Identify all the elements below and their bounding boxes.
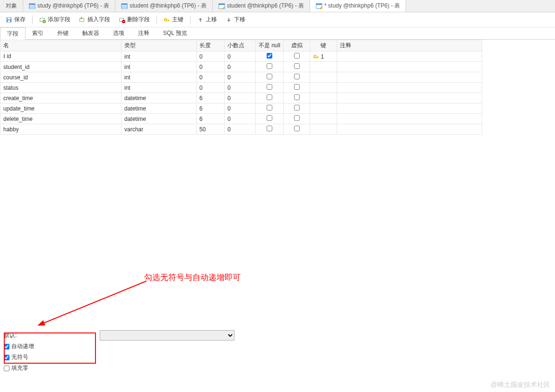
file-tab-3[interactable]: student @thinkphp6 (TP6) - 表 xyxy=(213,0,310,12)
cell-name[interactable]: create_time xyxy=(0,93,121,103)
cell-not-null[interactable] xyxy=(255,114,283,124)
cell-comment[interactable] xyxy=(337,83,482,93)
not-null-checkbox[interactable] xyxy=(267,126,272,131)
cell-comment[interactable] xyxy=(337,93,482,103)
cell-decimals[interactable]: 0 xyxy=(225,83,256,93)
cell-decimals[interactable]: 0 xyxy=(225,103,256,114)
cell-virtual[interactable] xyxy=(284,93,310,103)
cell-length[interactable]: 0 xyxy=(196,83,224,93)
cell-virtual[interactable] xyxy=(284,51,310,62)
table-row[interactable]: update_timedatetime60 xyxy=(0,103,482,114)
virtual-checkbox[interactable] xyxy=(294,94,300,100)
save-button[interactable]: 保存 xyxy=(4,15,27,25)
cell-length[interactable]: 50 xyxy=(196,124,224,135)
cell-type[interactable]: int xyxy=(121,51,197,62)
cell-length[interactable]: 6 xyxy=(196,114,224,124)
cell-comment[interactable] xyxy=(337,72,482,83)
cell-length[interactable]: 0 xyxy=(196,51,224,62)
file-tab-4[interactable]: * study @thinkphp6 (TP6) - 表 xyxy=(310,0,406,12)
virtual-checkbox[interactable] xyxy=(294,126,300,131)
file-tab-1[interactable]: study @thinkphp6 (TP6) - 表 xyxy=(23,0,115,12)
cell-decimals[interactable]: 0 xyxy=(225,114,256,124)
table-row[interactable]: habbyvarchar500 xyxy=(0,124,482,135)
cell-length[interactable]: 6 xyxy=(196,93,224,103)
not-null-checkbox[interactable] xyxy=(267,105,272,111)
cell-name[interactable]: I id xyxy=(0,51,121,62)
unsigned-label[interactable]: 无符号 xyxy=(11,353,28,361)
cell-name[interactable]: status xyxy=(0,83,121,93)
auto-increment-checkbox[interactable] xyxy=(4,344,9,349)
subtab-2[interactable]: 外键 xyxy=(51,27,76,39)
not-null-checkbox[interactable] xyxy=(267,63,272,69)
cell-not-null[interactable] xyxy=(255,51,283,62)
cell-key[interactable] xyxy=(310,83,337,93)
auto-increment-label[interactable]: 自动递增 xyxy=(11,342,34,350)
cell-key[interactable] xyxy=(310,124,337,135)
not-null-checkbox[interactable] xyxy=(267,74,272,79)
cell-length[interactable]: 0 xyxy=(196,62,224,72)
subtab-1[interactable]: 索引 xyxy=(26,27,51,39)
cell-not-null[interactable] xyxy=(255,62,283,72)
cell-comment[interactable] xyxy=(337,114,482,124)
cell-type[interactable]: int xyxy=(121,62,197,72)
col-name[interactable]: 名 xyxy=(0,40,121,51)
cell-virtual[interactable] xyxy=(284,114,310,124)
cell-not-null[interactable] xyxy=(255,103,283,114)
cell-type[interactable]: int xyxy=(121,83,197,93)
cell-virtual[interactable] xyxy=(284,103,310,114)
col-key[interactable]: 键 xyxy=(310,40,337,51)
table-row[interactable]: delete_timedatetime60 xyxy=(0,114,482,124)
cell-decimals[interactable]: 0 xyxy=(225,93,256,103)
file-tab-0[interactable]: 对象 xyxy=(0,0,23,12)
subtab-0[interactable]: 字段 xyxy=(0,27,26,40)
col-length[interactable]: 长度 xyxy=(196,40,224,51)
subtab-4[interactable]: 选项 xyxy=(106,27,131,39)
subtab-5[interactable]: 注释 xyxy=(131,27,156,39)
table-row[interactable]: I idint001 xyxy=(0,51,482,62)
default-select[interactable] xyxy=(100,330,234,341)
cell-key[interactable] xyxy=(310,103,337,114)
cell-comment[interactable] xyxy=(337,124,482,135)
cell-name[interactable]: course_id xyxy=(0,72,121,83)
move-down-button[interactable]: 下移 xyxy=(224,15,247,25)
table-row[interactable]: course_idint00 xyxy=(0,72,482,83)
col-virtual[interactable]: 虚拟 xyxy=(284,40,310,51)
unsigned-checkbox[interactable] xyxy=(4,355,9,360)
col-comment[interactable]: 注释 xyxy=(337,40,482,51)
col-decimals[interactable]: 小数点 xyxy=(225,40,256,51)
cell-key[interactable] xyxy=(310,72,337,83)
table-row[interactable]: student_idint00 xyxy=(0,62,482,72)
cell-key[interactable] xyxy=(310,93,337,103)
cell-type[interactable]: datetime xyxy=(121,93,197,103)
cell-decimals[interactable]: 0 xyxy=(225,72,256,83)
col-not-null[interactable]: 不是 null xyxy=(255,40,283,51)
cell-not-null[interactable] xyxy=(255,83,283,93)
virtual-checkbox[interactable] xyxy=(294,74,300,79)
cell-virtual[interactable] xyxy=(284,83,310,93)
cell-length[interactable]: 6 xyxy=(196,103,224,114)
subtab-3[interactable]: 触发器 xyxy=(76,27,106,39)
cell-name[interactable]: update_time xyxy=(0,103,121,114)
not-null-checkbox[interactable] xyxy=(267,115,272,121)
insert-field-button[interactable]: 插入字段 xyxy=(77,15,112,25)
virtual-checkbox[interactable] xyxy=(294,115,300,121)
cell-type[interactable]: datetime xyxy=(121,114,197,124)
cell-virtual[interactable] xyxy=(284,62,310,72)
table-row[interactable]: create_timedatetime60 xyxy=(0,93,482,103)
file-tab-2[interactable]: student @thinkphp6 (TP6) - 表 xyxy=(115,0,213,12)
delete-field-button[interactable]: 删除字段 xyxy=(117,15,152,25)
zerofill-label[interactable]: 填充零 xyxy=(11,364,28,372)
virtual-checkbox[interactable] xyxy=(294,53,300,59)
primary-key-button[interactable]: 主键 xyxy=(162,15,185,25)
cell-decimals[interactable]: 0 xyxy=(225,62,256,72)
virtual-checkbox[interactable] xyxy=(294,63,300,69)
cell-key[interactable]: 1 xyxy=(310,51,337,62)
not-null-checkbox[interactable] xyxy=(267,53,272,59)
cell-name[interactable]: habby xyxy=(0,124,121,135)
cell-type[interactable]: datetime xyxy=(121,103,197,114)
not-null-checkbox[interactable] xyxy=(267,84,272,90)
cell-name[interactable]: student_id xyxy=(0,62,121,72)
cell-comment[interactable] xyxy=(337,51,482,62)
cell-comment[interactable] xyxy=(337,62,482,72)
cell-virtual[interactable] xyxy=(284,72,310,83)
